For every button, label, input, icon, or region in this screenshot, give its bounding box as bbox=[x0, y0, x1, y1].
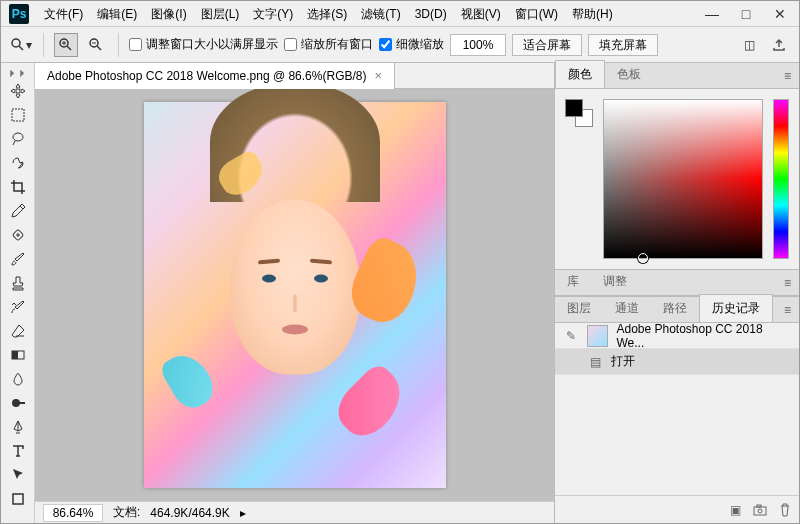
collapse-icon[interactable]: ⏵⏵ bbox=[8, 67, 28, 79]
menu-edit[interactable]: 编辑(E) bbox=[90, 1, 144, 27]
zoom-all-checkbox[interactable]: 缩放所有窗口 bbox=[284, 36, 373, 53]
stamp-tool[interactable] bbox=[5, 272, 31, 294]
status-zoom-input[interactable]: 86.64% bbox=[43, 504, 103, 522]
svg-rect-18 bbox=[754, 507, 766, 515]
menu-help[interactable]: 帮助(H) bbox=[565, 1, 620, 27]
svg-rect-17 bbox=[13, 494, 23, 504]
eyedropper-tool[interactable] bbox=[5, 200, 31, 222]
history-item-label: Adobe Photoshop CC 2018 We... bbox=[616, 322, 791, 350]
svg-rect-16 bbox=[19, 402, 25, 404]
dodge-tool[interactable] bbox=[5, 392, 31, 414]
panel-menu-icon[interactable]: ≡ bbox=[776, 64, 799, 88]
fit-screen-button[interactable]: 适合屏幕 bbox=[512, 34, 582, 56]
svg-rect-14 bbox=[12, 351, 18, 359]
document-tab[interactable]: Adobe Photoshop CC 2018 Welcome.png @ 86… bbox=[35, 63, 395, 89]
blur-tool[interactable] bbox=[5, 368, 31, 390]
app-logo: Ps bbox=[9, 4, 29, 24]
zoom-in-icon[interactable] bbox=[54, 33, 78, 57]
status-menu-icon[interactable]: ▸ bbox=[240, 506, 246, 520]
eraser-tool[interactable] bbox=[5, 320, 31, 342]
gradient-tool[interactable] bbox=[5, 344, 31, 366]
marquee-tool[interactable] bbox=[5, 104, 31, 126]
type-tool[interactable] bbox=[5, 440, 31, 462]
tab-color[interactable]: 颜色 bbox=[555, 60, 605, 88]
menu-file[interactable]: 文件(F) bbox=[37, 1, 90, 27]
move-tool[interactable] bbox=[5, 80, 31, 102]
zoom-out-icon[interactable] bbox=[84, 33, 108, 57]
color-panel bbox=[555, 89, 799, 269]
share-icon[interactable] bbox=[767, 33, 791, 57]
close-button[interactable]: ✕ bbox=[765, 4, 795, 24]
tab-swatches[interactable]: 色板 bbox=[605, 61, 653, 88]
tab-channels[interactable]: 通道 bbox=[603, 295, 651, 322]
tab-history[interactable]: 历史记录 bbox=[699, 294, 773, 322]
tab-layers[interactable]: 图层 bbox=[555, 295, 603, 322]
svg-point-0 bbox=[12, 39, 20, 47]
new-snapshot-icon[interactable] bbox=[753, 504, 767, 516]
scrubby-zoom-checkbox[interactable]: 细微缩放 bbox=[379, 36, 444, 53]
color-field[interactable] bbox=[603, 99, 763, 259]
panel-menu-icon[interactable]: ≡ bbox=[776, 298, 799, 322]
open-state-icon: ▤ bbox=[587, 354, 603, 370]
svg-line-5 bbox=[67, 46, 71, 50]
brush-tool[interactable] bbox=[5, 248, 31, 270]
history-snapshot[interactable]: ✎ Adobe Photoshop CC 2018 We... bbox=[555, 323, 799, 349]
zoom-100-button[interactable]: 100% bbox=[450, 34, 506, 56]
menu-layer[interactable]: 图层(L) bbox=[194, 1, 247, 27]
options-bar: ▾ 调整窗口大小以满屏显示 缩放所有窗口 细微缩放 100% 适合屏幕 填充屏幕… bbox=[1, 27, 799, 63]
svg-point-15 bbox=[12, 399, 20, 407]
healing-tool[interactable] bbox=[5, 224, 31, 246]
tab-library[interactable]: 库 bbox=[555, 268, 591, 295]
history-brush-source-icon[interactable]: ✎ bbox=[563, 328, 579, 344]
minimize-button[interactable]: — bbox=[697, 4, 727, 24]
maximize-button[interactable]: □ bbox=[731, 4, 761, 24]
svg-point-19 bbox=[758, 509, 762, 513]
status-bar: 86.64% 文档: 464.9K/464.9K ▸ bbox=[35, 501, 554, 523]
svg-line-1 bbox=[19, 46, 23, 50]
history-state[interactable]: ▤ 打开 bbox=[555, 349, 799, 375]
panels-column: 颜色 色板 ≡ 库 调整 ≡ 图层 通道 路径 历史记录 bbox=[554, 63, 799, 523]
quick-select-tool[interactable] bbox=[5, 152, 31, 174]
history-item-label: 打开 bbox=[611, 353, 635, 370]
new-document-from-state-icon[interactable]: ▣ bbox=[730, 503, 741, 517]
tab-paths[interactable]: 路径 bbox=[651, 295, 699, 322]
menu-3d[interactable]: 3D(D) bbox=[408, 1, 454, 27]
menu-filter[interactable]: 滤镜(T) bbox=[354, 1, 407, 27]
status-doc-label: 文档: bbox=[113, 504, 140, 521]
menu-bar: Ps 文件(F) 编辑(E) 图像(I) 图层(L) 文字(Y) 选择(S) 滤… bbox=[1, 1, 799, 27]
history-brush-tool[interactable] bbox=[5, 296, 31, 318]
menu-select[interactable]: 选择(S) bbox=[300, 1, 354, 27]
history-thumb bbox=[587, 325, 609, 347]
svg-line-8 bbox=[97, 46, 101, 50]
svg-rect-9 bbox=[12, 109, 24, 121]
path-select-tool[interactable] bbox=[5, 464, 31, 486]
fg-bg-swatch[interactable] bbox=[565, 99, 593, 127]
delete-state-icon[interactable] bbox=[779, 503, 791, 517]
foreground-color[interactable] bbox=[565, 99, 583, 117]
tools-panel: ⏵⏵ bbox=[1, 63, 35, 523]
menu-image[interactable]: 图像(I) bbox=[144, 1, 193, 27]
crop-tool[interactable] bbox=[5, 176, 31, 198]
tab-adjustments[interactable]: 调整 bbox=[591, 268, 639, 295]
resize-windows-checkbox[interactable]: 调整窗口大小以满屏显示 bbox=[129, 36, 278, 53]
shape-tool[interactable] bbox=[5, 488, 31, 510]
hue-slider[interactable] bbox=[773, 99, 789, 259]
zoom-preset-icon[interactable]: ▾ bbox=[9, 33, 33, 57]
canvas-image bbox=[144, 102, 446, 488]
fill-screen-button[interactable]: 填充屏幕 bbox=[588, 34, 658, 56]
history-panel-footer: ▣ bbox=[555, 495, 799, 523]
menu-type[interactable]: 文字(Y) bbox=[246, 1, 300, 27]
panel-menu-icon[interactable]: ≡ bbox=[776, 271, 799, 295]
tab-close-icon[interactable]: × bbox=[374, 68, 382, 83]
pen-tool[interactable] bbox=[5, 416, 31, 438]
menu-window[interactable]: 窗口(W) bbox=[508, 1, 565, 27]
lasso-tool[interactable] bbox=[5, 128, 31, 150]
workspace: Adobe Photoshop CC 2018 Welcome.png @ 86… bbox=[35, 63, 554, 523]
panel-toggle-icon[interactable]: ◫ bbox=[737, 33, 761, 57]
svg-rect-20 bbox=[757, 505, 761, 507]
document-tabs: Adobe Photoshop CC 2018 Welcome.png @ 86… bbox=[35, 63, 554, 89]
canvas-area[interactable] bbox=[35, 89, 554, 501]
status-doc-size: 464.9K/464.9K bbox=[150, 506, 229, 520]
menu-view[interactable]: 视图(V) bbox=[454, 1, 508, 27]
tab-title: Adobe Photoshop CC 2018 Welcome.png @ 86… bbox=[47, 69, 366, 83]
